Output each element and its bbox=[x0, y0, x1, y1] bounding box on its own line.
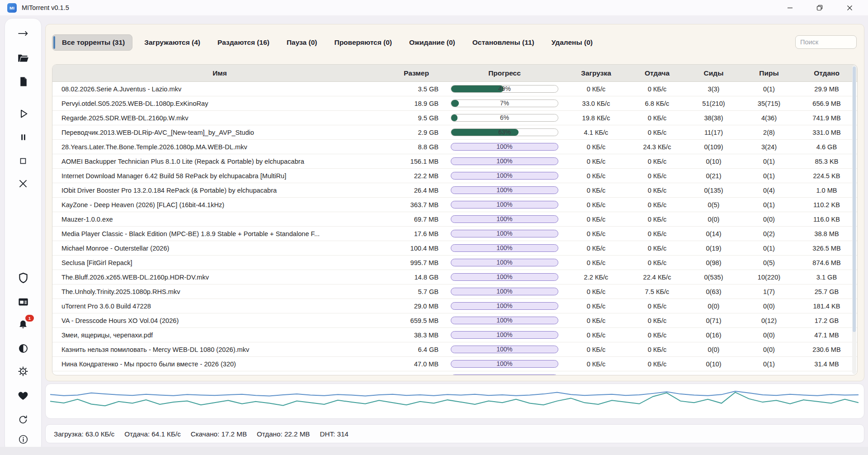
torrent-name: Seclusa [FitGirl Repack] bbox=[52, 259, 387, 266]
table-row[interactable]: Змеи, ящерицы, черепахи.pdf 38.3 MB 100%… bbox=[52, 328, 857, 342]
progress-bar: 100% bbox=[451, 331, 558, 339]
open-torrent-button[interactable] bbox=[15, 50, 31, 66]
settings-button[interactable] bbox=[15, 364, 31, 379]
torrent-peers: 2(8) bbox=[742, 129, 796, 136]
torrent-size: 22.2 MB bbox=[387, 172, 446, 180]
security-button[interactable] bbox=[15, 270, 31, 285]
window-controls bbox=[775, 0, 864, 15]
add-file-button[interactable] bbox=[15, 74, 31, 89]
torrent-uploaded: 230.6 MB bbox=[796, 346, 857, 353]
table-row[interactable]: Переводчик.2013.WEB-DLRip-AVC_[New-team]… bbox=[52, 125, 857, 140]
table-row[interactable]: uTorrent Pro 3.6.0 Build 47228 29.0 MB 1… bbox=[52, 299, 857, 313]
torrent-seeds: 0(0) bbox=[685, 216, 742, 223]
torrent-peers: 10(220) bbox=[742, 274, 796, 281]
progress-label: 100% bbox=[451, 303, 558, 309]
column-header-size[interactable]: Размер bbox=[387, 69, 446, 77]
column-header-download[interactable]: Загрузка bbox=[563, 69, 629, 77]
filter-tab[interactable]: Загружаются (4) bbox=[139, 34, 206, 51]
table-row[interactable]: Regarde.2025.SDR.WEB-DL.2160p.W.mkv 9.5 … bbox=[52, 111, 857, 125]
torrent-seeds: 0(135) bbox=[685, 187, 742, 194]
restore-button[interactable] bbox=[805, 0, 835, 15]
table-row[interactable]: AOMEI Backupper Technician Plus 8.1.0 Li… bbox=[52, 154, 857, 169]
table-row[interactable]: Pervyi.otdel.S05.2025.WEB-DL.1080p.ExKin… bbox=[52, 96, 857, 111]
column-header-uploaded[interactable]: Отдано bbox=[796, 69, 857, 77]
table-row[interactable]: VA - Dresscode Hours XO Vol.04 (2026) 65… bbox=[52, 313, 857, 328]
progress-label: 100% bbox=[451, 245, 558, 251]
column-header-peers[interactable]: Пиры bbox=[742, 69, 796, 77]
minimize-button[interactable] bbox=[775, 0, 805, 15]
table-row[interactable]: KayZone - Deep Heaven (2026) [FLAC] (16b… bbox=[52, 198, 857, 212]
table-row[interactable]: Нина Кондратенко - Мы просто были вместе… bbox=[52, 357, 857, 371]
table-row[interactable]: The.Bluff.2026.x265.WEB-DL.2160p.HDR-DV.… bbox=[52, 270, 857, 284]
torrent-seeds: 0(0) bbox=[685, 303, 742, 310]
torrent-size: 100.4 MB bbox=[387, 245, 446, 252]
tab-accent-bar bbox=[53, 36, 55, 49]
torrent-name: Pervyi.otdel.S05.2025.WEB-DL.1080p.ExKin… bbox=[52, 100, 387, 107]
progress-bar: 100% bbox=[451, 317, 558, 324]
table-row[interactable]: Mauzer-1.0.0.exe 69.7 MB 100% 0 КБ/с 0 К… bbox=[52, 212, 857, 227]
table-row[interactable]: Media Player Classic - Black Edition (MP… bbox=[52, 227, 857, 241]
column-header-seeds[interactable]: Сиды bbox=[685, 69, 742, 77]
pause-button[interactable] bbox=[15, 129, 31, 145]
progress-bar: 6% bbox=[451, 114, 558, 122]
table-row[interactable]: The.Unholy.Trinity.2025.1080p.RHS.mkv 5.… bbox=[52, 284, 857, 299]
torrent-name: Змеи, ящерицы, черепахи.pdf bbox=[52, 332, 387, 339]
progress-label: 100% bbox=[451, 216, 558, 223]
filter-tab[interactable]: Все торренты (31) bbox=[52, 34, 132, 51]
column-header-name[interactable]: Имя bbox=[52, 69, 387, 77]
expand-sidebar-button[interactable] bbox=[15, 26, 31, 41]
notifications-button[interactable]: 1 bbox=[15, 317, 31, 332]
filter-tab[interactable]: Остановлены (11) bbox=[467, 34, 540, 51]
filter-tab[interactable]: Ожидание (0) bbox=[404, 34, 461, 51]
progress-bar: 100% bbox=[451, 172, 558, 180]
stop-button[interactable] bbox=[15, 153, 31, 169]
torrent-download-speed: 0 КБ/с bbox=[563, 317, 629, 324]
table-row[interactable]: Seclusa [FitGirl Repack] 995.7 MB 100% 0… bbox=[52, 256, 857, 270]
progress-bar: 100% bbox=[451, 215, 558, 223]
theme-button[interactable] bbox=[15, 341, 31, 356]
refresh-icon bbox=[18, 414, 28, 425]
torrent-peers: 0(12) bbox=[742, 317, 796, 324]
table-row[interactable]: Казнить нельзя помиловать - Mercy WEB-DL… bbox=[52, 342, 857, 357]
torrent-seeds: 0(71) bbox=[685, 317, 742, 324]
table-scrollbar[interactable] bbox=[852, 66, 856, 374]
shield-icon bbox=[17, 272, 29, 284]
search-input[interactable] bbox=[795, 35, 857, 49]
table-row[interactable]: 08.02.2026.Serie A.Juventus - Lazio.mkv … bbox=[52, 82, 857, 96]
speed-chart-lines bbox=[50, 387, 859, 415]
tab-label: Раздаются (16) bbox=[217, 38, 269, 46]
filter-tab[interactable]: Проверяются (0) bbox=[329, 34, 397, 51]
column-header-upload[interactable]: Отдача bbox=[629, 69, 685, 77]
resume-button[interactable] bbox=[15, 106, 31, 121]
favorites-button[interactable] bbox=[15, 388, 31, 403]
torrent-seeds: 38(38) bbox=[685, 114, 742, 122]
progress-label: 100% bbox=[451, 143, 558, 150]
torrent-name: The.Unholy.Trinity.2025.1080p.RHS.mkv bbox=[52, 288, 387, 295]
table-row[interactable]: IObit Driver Booster Pro 13.2.0.184 RePa… bbox=[52, 183, 857, 198]
close-window-button[interactable] bbox=[835, 0, 864, 15]
torrent-upload-speed: 0 КБ/с bbox=[629, 187, 685, 194]
table-row[interactable]: VideoProc Converter AI 8.6 RePack (& Por… bbox=[52, 371, 857, 375]
torrent-peers: 0(0) bbox=[742, 332, 796, 339]
news-button[interactable] bbox=[15, 294, 31, 309]
progress-label: 100% bbox=[451, 259, 558, 266]
filter-tab[interactable]: Раздаются (16) bbox=[212, 34, 275, 51]
torrent-download-speed: 19.8 КБ/с bbox=[563, 114, 629, 122]
torrent-uploaded: 224.5 KB bbox=[796, 172, 857, 180]
filter-tab[interactable]: Удалены (0) bbox=[546, 34, 598, 51]
column-header-progress[interactable]: Прогресс bbox=[446, 69, 563, 77]
minimize-icon bbox=[787, 5, 793, 11]
refresh-button[interactable] bbox=[15, 412, 31, 427]
about-button[interactable] bbox=[15, 431, 31, 447]
open-folder-icon bbox=[17, 52, 29, 64]
filter-tab[interactable]: Пауза (0) bbox=[281, 34, 323, 51]
table-row[interactable]: Michael Monroe - Outerstellar (2026) 100… bbox=[52, 241, 857, 256]
remove-button[interactable] bbox=[15, 176, 31, 191]
torrent-upload-speed: 0 КБ/с bbox=[629, 317, 685, 324]
torrent-upload-speed: 0 КБ/с bbox=[629, 375, 685, 376]
torrent-peers: 3(24) bbox=[742, 143, 796, 151]
table-row[interactable]: 28.Years.Later.The.Bone.Temple.2026.1080… bbox=[52, 140, 857, 154]
scrollbar-thumb[interactable] bbox=[853, 66, 856, 332]
torrent-size: 47.0 MB bbox=[387, 360, 446, 368]
table-row[interactable]: Internet Download Manager 6.42 Build 58 … bbox=[52, 169, 857, 183]
